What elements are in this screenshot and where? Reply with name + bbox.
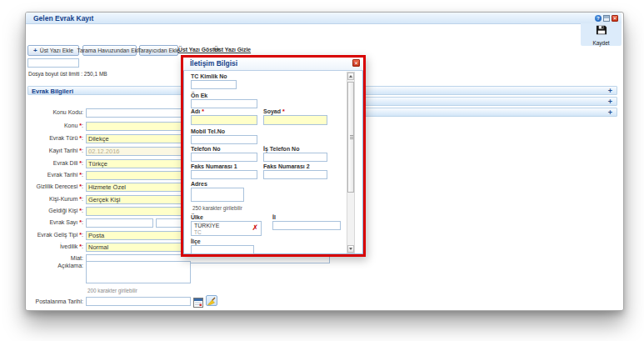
modal-close-icon[interactable]: ✕ xyxy=(352,59,360,67)
ulke-value: TÜRKİYE xyxy=(194,223,219,228)
close-icon[interactable]: ✕ xyxy=(612,15,618,22)
evrak-bilgileri-title: Evrak Bilgileri xyxy=(32,88,73,95)
evrak-sayi-label: Evrak Sayı* : xyxy=(27,219,83,225)
attachment-list-box xyxy=(27,58,79,68)
aciklama-char-note: 200 karakter girilebilir xyxy=(87,288,137,293)
is-telefon-label: İş Telefon No xyxy=(263,146,299,152)
tarayicidan-ekle-button[interactable]: Tarayıcıdan Ekle xyxy=(139,45,178,56)
scroll-up-icon[interactable] xyxy=(347,73,354,80)
plus-icon: + xyxy=(33,47,37,54)
evrak-dili-label: Evrak Dili* : xyxy=(27,160,83,166)
konu-kodu-label: Konu Kodu : xyxy=(27,109,83,115)
save-button-label: Kaydet xyxy=(592,40,609,46)
save-button[interactable]: Kaydet xyxy=(581,23,622,46)
adi-input[interactable] xyxy=(191,115,257,125)
geldigi-kisi-label: Geldiği Kişi* : xyxy=(27,208,83,213)
tarama-havuzundan-ekle-button[interactable]: Tarama Havuzundan Ekle xyxy=(82,45,137,56)
on-ek-label: Ön Ek xyxy=(191,93,207,98)
faks2-label: Faks Numarası 2 xyxy=(263,163,310,169)
page: Gelen Evrak Kayıt ? ✕ Kaydet + Üst Yazı … xyxy=(0,0,644,341)
miat-label: Miat : xyxy=(27,255,83,261)
expand-plus-icon[interactable]: + xyxy=(608,87,612,95)
is-telefon-input[interactable] xyxy=(263,153,327,162)
expand-plus-icon[interactable]: + xyxy=(608,98,612,106)
ust-yazi-ekle-button[interactable]: + Üst Yazı Ekle xyxy=(27,45,79,56)
postalanma-tarihi-label: Postalanma Tarihi : xyxy=(27,298,83,304)
ust-yazi-ekle-label: Üst Yazı Ekle xyxy=(40,48,73,53)
evrak-turu-label: Evrak Türü* : xyxy=(27,135,83,141)
ust-yazi-gizle-link[interactable]: Üst Yazı Gizle xyxy=(214,47,251,53)
soyad-label: Soyad* xyxy=(263,108,285,114)
titlebar-icons: ? ✕ xyxy=(595,15,618,22)
ivedilik-label: İvedilik* : xyxy=(27,243,83,249)
faks1-input[interactable] xyxy=(191,170,257,179)
window-icon[interactable] xyxy=(603,15,610,22)
adres-textarea[interactable] xyxy=(191,188,244,202)
remove-country-icon[interactable]: ✗ xyxy=(252,224,258,232)
window-titlebar: Gelen Evrak Kayıt ? ✕ xyxy=(26,13,622,24)
aciklama-label: Açıklama : xyxy=(27,263,83,268)
evrak-sayi-input-1[interactable] xyxy=(86,218,153,228)
file-size-limit-note: Dosya boyut üst limiti : 250,1 MB xyxy=(28,71,127,78)
faks2-input[interactable] xyxy=(263,170,327,179)
konu-label: Konu* : xyxy=(27,123,83,128)
adres-label: Adres xyxy=(191,181,207,187)
telefon-label: Telefon No xyxy=(191,146,221,152)
faks1-label: Faks Numarası 1 xyxy=(191,163,237,169)
adres-char-note: 250 karakter girilebilir xyxy=(192,205,242,211)
mobil-tel-label: Mobil Tel.No xyxy=(191,128,225,134)
evrak-tarihi-label: Evrak Tarihi* : xyxy=(27,172,83,178)
modal-scrollbar[interactable] xyxy=(347,72,355,253)
tc-kimlik-input[interactable] xyxy=(191,80,237,89)
evrak-gelis-tipi-label: Evrak Geliş Tipi* : xyxy=(27,232,83,238)
on-ek-input[interactable] xyxy=(191,99,257,108)
modal-title: İletişim Bilgisi xyxy=(190,59,237,68)
mobil-tel-input[interactable] xyxy=(191,135,257,144)
clear-broom-icon[interactable] xyxy=(206,295,217,306)
scroll-down-icon[interactable] xyxy=(347,245,354,253)
adi-label: Adı* xyxy=(191,108,204,114)
il-input[interactable] xyxy=(272,221,341,230)
tc-kimlik-label: TC Kimlik No xyxy=(191,73,227,79)
ulke-code: TC xyxy=(194,229,202,235)
kisi-kurum-label: Kişi-Kurum* : xyxy=(27,196,83,202)
gizlilik-derecesi-label: Gizlilik Derecesi* : xyxy=(27,183,83,189)
ulke-label: Ülke xyxy=(191,214,203,220)
aciklama-textarea[interactable] xyxy=(86,261,191,283)
help-icon[interactable]: ? xyxy=(595,15,602,22)
soyad-input[interactable] xyxy=(263,115,327,125)
calendar-icon[interactable] xyxy=(193,296,203,306)
tarayicidan-label: Tarayıcıdan Ekle xyxy=(137,48,179,53)
ilce-label: İlçe xyxy=(191,238,201,244)
modal-titlebar: İletişim Bilgisi ✕ xyxy=(183,58,363,71)
telefon-input[interactable] xyxy=(191,153,257,162)
floppy-disk-icon xyxy=(596,24,607,39)
kayit-tarihi-label: Kayıt Tarihi* : xyxy=(27,148,83,153)
ulke-selected-box: TÜRKİYE TC ✗ xyxy=(191,221,262,236)
tarama-havuzundan-label: Tarama Havuzundan Ekle xyxy=(77,48,142,53)
scrollbar-thumb[interactable] xyxy=(347,82,354,193)
iletisim-bilgisi-modal: İletişim Bilgisi ✕ TC Kimlik No Ön Ek Ad… xyxy=(181,55,366,257)
expand-plus-icon[interactable]: + xyxy=(608,108,612,117)
page-title: Gelen Evrak Kayıt xyxy=(33,14,93,23)
il-label: İl xyxy=(272,214,276,220)
postalanma-tarihi-input[interactable] xyxy=(86,297,191,306)
ilce-input[interactable] xyxy=(191,245,254,254)
